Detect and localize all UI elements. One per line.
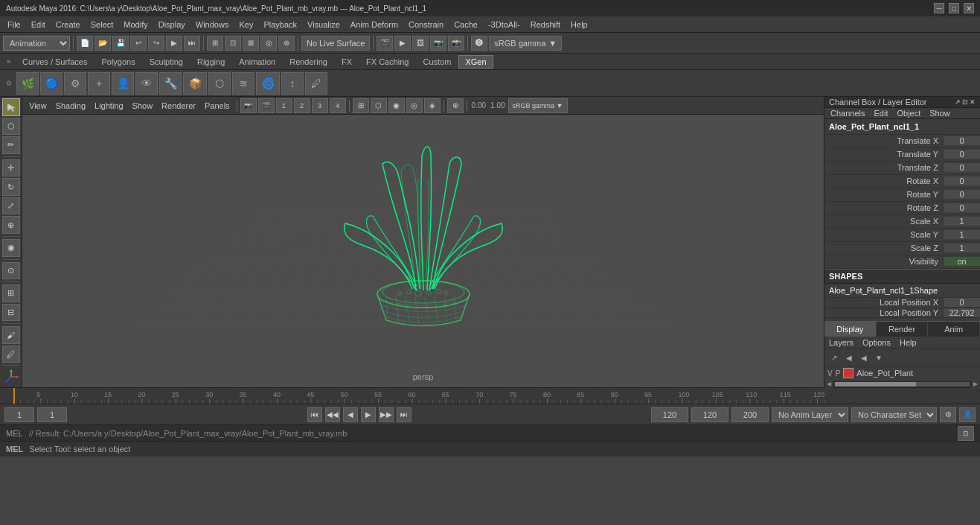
gamma-dropdown[interactable]: sRGB gamma ▼	[489, 36, 562, 51]
minimize-button[interactable]: ─	[934, 3, 944, 13]
view-menu[interactable]: View	[25, 101, 51, 111]
new-scene-btn[interactable]: 📄	[77, 36, 93, 51]
range-end2-input[interactable]	[731, 407, 769, 422]
xgen-icon-13[interactable]: 🖊	[305, 72, 327, 95]
paint-select-btn[interactable]: ✏	[2, 136, 20, 154]
menu-edit[interactable]: Edit	[27, 19, 50, 31]
timeline-ruler[interactable]	[0, 388, 980, 404]
renderer-menu[interactable]: Renderer	[158, 101, 199, 111]
channel-local-pos-y[interactable]: Local Position Y 22.792	[824, 308, 980, 319]
panels-menu[interactable]: Panels	[201, 101, 234, 111]
shelf-settings[interactable]: ≡	[3, 51, 15, 73]
select-snap1[interactable]: ⊡	[225, 36, 241, 51]
redo-btn[interactable]: ↪	[148, 36, 164, 51]
undo-btn[interactable]: ↩	[130, 36, 147, 51]
menu-help[interactable]: Help	[566, 19, 592, 31]
rp-tab-anim[interactable]: Anim	[928, 322, 980, 337]
workspace-dropdown[interactable]: Animation	[3, 36, 70, 51]
rp-icon-new[interactable]: ↗	[827, 351, 841, 364]
maximize-button[interactable]: □	[949, 3, 959, 13]
channel-translate-x[interactable]: Translate X 0	[824, 135, 980, 148]
menu-select[interactable]: Select	[86, 19, 118, 31]
start-frame-input[interactable]	[37, 407, 67, 422]
channel-translate-y[interactable]: Translate Y 0	[824, 148, 980, 162]
end-frame-input[interactable]	[651, 407, 688, 422]
xgen-icon-4[interactable]: +	[88, 72, 110, 95]
rp-layers[interactable]: Layers	[824, 337, 858, 349]
cb-show[interactable]: Show	[926, 108, 953, 118]
scale-tool-btn[interactable]: ⤢	[2, 197, 20, 215]
cb-float-btn[interactable]: ⊡	[962, 98, 968, 106]
show-manip-btn[interactable]: ⊙	[2, 262, 20, 280]
shelf-tab-fx[interactable]: FX	[335, 55, 359, 69]
shelf-tab-rigging[interactable]: Rigging	[190, 55, 231, 69]
rp-tab-display[interactable]: Display	[824, 322, 877, 337]
menu-modify[interactable]: Modify	[119, 19, 152, 31]
xgen-icon-1[interactable]: 🌿	[16, 72, 39, 95]
open-btn[interactable]: 📂	[95, 36, 111, 51]
rp-scroll-thumb[interactable]	[835, 382, 916, 386]
xgen-icon-6[interactable]: 👁	[135, 72, 158, 95]
channel-local-pos-x[interactable]: Local Position X 0	[824, 298, 980, 308]
script-editor-btn[interactable]: ⊡	[958, 426, 974, 441]
lighting-menu[interactable]: Lighting	[91, 101, 127, 111]
xgen-icon-2[interactable]: 🔵	[40, 72, 63, 95]
vp-camera-btn[interactable]: 📷	[240, 98, 257, 113]
menu-playback[interactable]: Playback	[259, 19, 301, 31]
shelf-tab-animation[interactable]: Animation	[232, 55, 282, 69]
close-button[interactable]: ✕	[964, 3, 974, 13]
channel-visibility[interactable]: Visibility on	[824, 255, 980, 269]
layer-vis-btn[interactable]: V	[827, 369, 833, 378]
soft-mod-btn[interactable]: ◉	[2, 239, 20, 257]
char-set-dropdown[interactable]: No Character Set	[851, 407, 937, 422]
step-fwd-btn[interactable]: ▶▶	[379, 407, 394, 422]
menu-anim-deform[interactable]: Anim Deform	[346, 19, 403, 31]
status-line-btn[interactable]: ⓿	[471, 36, 487, 51]
cb-close-btn[interactable]: ✕	[970, 98, 976, 106]
xgen-icon-7[interactable]: 🔧	[159, 72, 182, 95]
rp-icon-down[interactable]: ◀	[857, 351, 871, 364]
menu-cache[interactable]: Cache	[449, 19, 482, 31]
rp-scrollbar[interactable]: ◀ ▶	[824, 380, 980, 387]
menu-3dtoall[interactable]: -3DtoAll-	[484, 19, 525, 31]
xgen-paint2-btn[interactable]: 🖊	[2, 346, 20, 363]
play-fwd-btn[interactable]: ▶	[166, 36, 182, 51]
go-end-btn[interactable]: ⏭	[397, 407, 411, 422]
menu-windows[interactable]: Windows	[191, 19, 234, 31]
rp-icon-del[interactable]: ▼	[872, 351, 885, 364]
channel-rotate-x[interactable]: Rotate X 0	[824, 175, 980, 188]
rp-icon-up[interactable]: ◀	[842, 351, 856, 364]
current-frame-input[interactable]	[4, 407, 34, 422]
rp-help[interactable]: Help	[895, 337, 921, 349]
channel-rotate-z[interactable]: Rotate Z 0	[824, 202, 980, 215]
cb-detach-btn[interactable]: ↗	[955, 98, 961, 106]
menu-visualize[interactable]: Visualize	[303, 19, 345, 31]
shelf-tab-xgen[interactable]: XGen	[458, 55, 493, 69]
snapto2-btn[interactable]: ⊟	[2, 304, 20, 322]
xgen-icon-8[interactable]: 📦	[183, 72, 207, 95]
step-back-btn[interactable]: ◀◀	[325, 407, 340, 422]
play-fwd-btn[interactable]: ▶	[361, 407, 376, 422]
playback-settings-btn[interactable]: ⚙	[940, 407, 956, 422]
shelf-icon-settings-btn[interactable]: ⚙	[3, 80, 15, 87]
shading-menu[interactable]: Shading	[52, 101, 89, 111]
select-snap4[interactable]: ⊛	[278, 36, 295, 51]
rp-scroll-track[interactable]	[835, 382, 970, 386]
snapto-btn[interactable]: ⊞	[2, 284, 20, 302]
range-end-input[interactable]	[691, 407, 728, 422]
rp-scroll-right[interactable]: ▶	[971, 381, 980, 388]
select-tool-btn[interactable]	[2, 98, 20, 116]
cb-edit[interactable]: Edit	[871, 108, 891, 118]
menu-redshift[interactable]: Redshift	[526, 19, 565, 31]
move-tool-btn[interactable]: ✛	[2, 159, 20, 177]
ipr-btn[interactable]: ▶	[394, 36, 411, 51]
cam-btn[interactable]: 📷	[430, 36, 446, 51]
channel-scale-z[interactable]: Scale Z 1	[824, 242, 980, 255]
select-snap2[interactable]: ⊠	[243, 36, 259, 51]
xgen-icon-5[interactable]: 👤	[112, 72, 134, 95]
shelf-tab-curves[interactable]: Curves / Surfaces	[16, 55, 94, 69]
xgen-icon-9[interactable]: ⬡	[208, 72, 231, 95]
vp-view2-btn[interactable]: 2	[294, 98, 310, 113]
display-render-btn[interactable]: 🖼	[412, 36, 429, 51]
shelf-tab-polygons[interactable]: Polygons	[95, 55, 141, 69]
